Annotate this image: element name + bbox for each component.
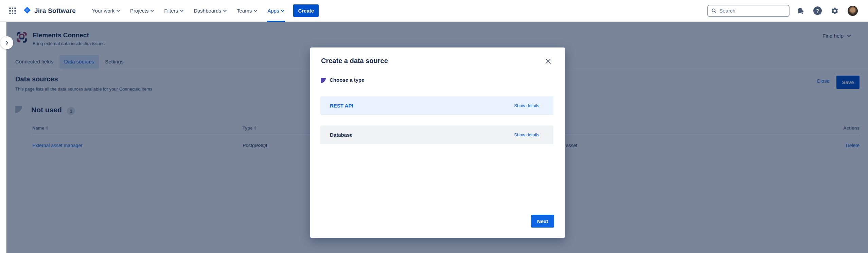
nav-item-teams[interactable]: Teams — [233, 0, 261, 22]
search-box[interactable] — [707, 5, 790, 17]
nav-item-projects[interactable]: Projects — [126, 0, 158, 22]
create-data-source-modal: Create a data source Choose a type REST … — [310, 47, 565, 238]
collapsed-sidebar-strip — [0, 22, 6, 253]
jira-logo[interactable]: Jira Software — [23, 6, 76, 16]
avatar-photo — [848, 6, 858, 16]
help-icon[interactable]: ? — [813, 6, 822, 15]
sidebar-expand-button[interactable] — [0, 36, 13, 49]
chevron-right-icon — [5, 40, 8, 45]
next-button[interactable]: Next — [531, 215, 554, 228]
nav-item-apps[interactable]: Apps — [263, 0, 288, 22]
nav-icon-group: ? — [796, 6, 858, 16]
nav-item-your-work[interactable]: Your work — [88, 0, 124, 22]
chevron-down-icon — [223, 10, 227, 12]
settings-gear-icon[interactable] — [831, 7, 839, 15]
nav-item-dashboards[interactable]: Dashboards — [190, 0, 231, 22]
app-switcher-icon[interactable] — [7, 5, 18, 17]
option-rest-api-label: REST API — [330, 103, 353, 109]
jira-logo-text: Jira Software — [34, 7, 76, 15]
notifications-bell-icon[interactable] — [796, 7, 804, 15]
rest-api-show-details-link[interactable]: Show details — [514, 103, 539, 108]
chevron-down-icon — [254, 10, 257, 12]
user-avatar[interactable] — [848, 6, 858, 16]
screen: Jira Software Your work Projects Filters… — [0, 0, 868, 253]
step-bullet-icon — [321, 78, 326, 83]
jira-diamond-icon — [23, 6, 31, 16]
chevron-down-icon — [117, 10, 120, 12]
search-icon — [711, 8, 716, 14]
nav-item-filters[interactable]: Filters — [160, 0, 188, 22]
database-show-details-link[interactable]: Show details — [514, 132, 539, 137]
top-navigation: Jira Software Your work Projects Filters… — [0, 0, 868, 22]
step-label: Choose a type — [330, 77, 365, 83]
option-database-label: Database — [330, 132, 353, 138]
modal-title: Create a data source — [321, 57, 388, 65]
option-database[interactable]: Database Show details — [320, 125, 553, 144]
option-rest-api[interactable]: REST API Show details — [320, 96, 553, 115]
close-icon[interactable] — [543, 56, 553, 66]
search-input[interactable] — [719, 8, 785, 14]
primary-nav: Your work Projects Filters Dashboards Te… — [88, 0, 288, 22]
chevron-down-icon — [180, 10, 183, 12]
create-button[interactable]: Create — [293, 4, 319, 17]
chevron-down-icon — [150, 10, 154, 12]
chevron-down-icon — [281, 10, 284, 12]
